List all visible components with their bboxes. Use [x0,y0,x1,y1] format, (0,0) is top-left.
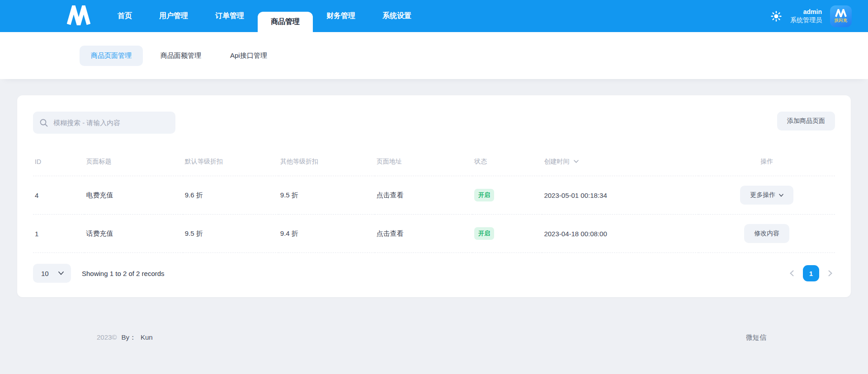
table-header-row: ID 页面标题 默认等级折扣 其他等级折扣 页面地址 状态 创建时间 [33,148,835,176]
cell-status: 开启 [472,176,542,215]
footer-by-label: By： [121,333,136,342]
cell-page-link[interactable]: 点击查看 [375,176,472,215]
search-icon [39,118,48,127]
col-header-title: 页面标题 [85,148,183,176]
cell-created-at: 2023-05-01 00:18:34 [542,176,698,215]
footer-year: 2023© [97,333,117,342]
cell-created-at: 2023-04-18 00:08:00 [542,215,698,253]
content-card: 添加商品页面 ID 页面标题 默认等级折扣 其他等级折扣 页面地址 状态 创建时… [17,95,851,297]
page-body: 添加商品页面 ID 页面标题 默认等级折扣 其他等级折扣 页面地址 状态 创建时… [0,79,868,342]
records-summary: Showing 1 to 2 of 2 records [82,270,165,277]
chevron-down-icon [58,271,64,275]
avatar-logo-icon [835,9,847,17]
brand-logo-icon [67,5,90,27]
cell-action: 修改内容 [698,215,835,253]
page-size-select[interactable]: 10 [33,264,71,283]
brand-logo[interactable] [0,0,104,32]
status-badge: 开启 [474,189,494,201]
table-footer: 10 Showing 1 to 2 of 2 records 1 [33,264,835,283]
user-name: admin [790,8,822,16]
next-page-button[interactable] [826,267,835,279]
footer-author: Kun [141,333,153,342]
tab-product-denominations[interactable]: 商品面额管理 [149,46,212,66]
cell-title: 电费充值 [85,176,183,215]
nav-item-orders[interactable]: 订单管理 [202,0,258,32]
header-spacer [425,0,770,32]
cell-default-discount: 9.6 折 [183,176,278,215]
nav-item-settings[interactable]: 系统设置 [369,0,425,32]
top-header: 首页 用户管理 订单管理 商品管理 财务管理 系统设置 admin 系统管理员 [0,0,868,32]
more-actions-label: 更多操作 [750,191,775,199]
tab-product-pages[interactable]: 商品页面管理 [80,46,143,66]
cell-status: 开启 [472,215,542,253]
status-badge: 开启 [474,227,494,240]
toolbar: 添加商品页面 [33,112,835,134]
search-input[interactable] [53,119,169,126]
col-header-created-at[interactable]: 创建时间 [542,148,698,176]
table-row: 4 电费充值 9.6 折 9.5 折 点击查看 开启 2023-05-01 00… [33,176,835,215]
tab-api-management[interactable]: Api接口管理 [219,46,278,66]
cell-other-discount: 9.5 折 [278,176,375,215]
more-actions-button[interactable]: 更多操作 [740,186,793,205]
cell-action: 更多操作 [698,176,835,215]
col-header-id: ID [33,148,85,176]
cell-page-link[interactable]: 点击查看 [375,215,472,253]
table-row: 1 话费充值 9.5 折 9.4 折 点击查看 开启 2023-04-18 00… [33,215,835,253]
user-role: 系统管理员 [790,16,822,24]
nav-item-products[interactable]: 商品管理 [258,12,313,32]
footer-left: 2023© By： Kun [97,333,153,342]
col-header-action: 操作 [698,148,835,176]
col-header-created-at-label: 创建时间 [544,158,569,165]
nav-item-home[interactable]: 首页 [104,0,146,32]
header-right: admin 系统管理员 沃闪充 [770,0,852,32]
subnav: 商品页面管理 商品面额管理 Api接口管理 [0,32,868,79]
prev-page-button[interactable] [787,267,797,279]
page-footer: 2023© By： Kun 微短信 [17,333,851,342]
col-header-status: 状态 [472,148,542,176]
product-pages-table: ID 页面标题 默认等级折扣 其他等级折扣 页面地址 状态 创建时间 [33,148,835,253]
chevron-down-icon [779,194,783,197]
col-header-default-discount: 默认等级折扣 [183,148,278,176]
pager: 1 [787,265,835,281]
sort-chevron-down-icon [574,157,579,164]
search-box [33,112,175,134]
nav-item-users[interactable]: 用户管理 [146,0,202,32]
main-nav: 首页 用户管理 订单管理 商品管理 财务管理 系统设置 [104,0,425,32]
page-size-value: 10 [41,270,49,277]
page-number-button[interactable]: 1 [803,265,819,281]
cell-id: 4 [33,176,85,215]
footer-brand-text: 微短信 [746,333,766,342]
edit-content-button[interactable]: 修改内容 [744,224,789,243]
cell-id: 1 [33,215,85,253]
add-product-page-button[interactable]: 添加商品页面 [777,112,835,131]
avatar[interactable]: 沃闪充 [830,5,852,27]
col-header-other-discount: 其他等级折扣 [278,148,375,176]
cell-title: 话费充值 [85,215,183,253]
theme-toggle-sun-icon[interactable] [770,10,782,22]
avatar-text: 沃闪充 [835,18,848,23]
cell-default-discount: 9.5 折 [183,215,278,253]
col-header-page-link: 页面地址 [375,148,472,176]
cell-other-discount: 9.4 折 [278,215,375,253]
user-menu[interactable]: admin 系统管理员 [790,8,822,24]
nav-item-finance[interactable]: 财务管理 [313,0,369,32]
